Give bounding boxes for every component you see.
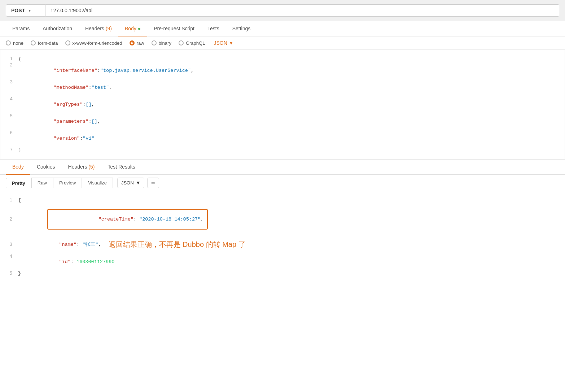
main-container: POST ▼ Params Authorization Headers (9) …: [0, 0, 565, 392]
request-tab-nav: Params Authorization Headers (9) Body ● …: [0, 21, 565, 36]
radio-urlencoded-circle: [65, 40, 70, 45]
tab-params[interactable]: Params: [6, 21, 36, 36]
req-line-1: 1 {: [0, 56, 565, 62]
view-visualize-btn[interactable]: Visualize: [82, 178, 113, 188]
tab-headers[interactable]: Headers (9): [79, 21, 118, 36]
resp-line-2: 2 "createTime": "2020-10-18 14:05:27",: [0, 203, 565, 235]
response-json-dropdown[interactable]: JSON ▼: [117, 178, 145, 188]
method-chevron: ▼: [28, 9, 31, 13]
view-raw-btn[interactable]: Raw: [31, 178, 53, 188]
method-selector[interactable]: POST ▼: [6, 4, 45, 17]
radio-binary-circle: [152, 40, 157, 45]
req-line-6: 6 "version":"v1": [0, 130, 565, 147]
response-tab-nav: Body Cookies Headers (5) Test Results: [0, 160, 565, 175]
resp-line-1: 1 {: [0, 197, 565, 203]
url-input[interactable]: [45, 4, 559, 17]
req-line-7: 7 }: [0, 147, 565, 153]
response-section: Body Cookies Headers (5) Test Results Pr…: [0, 159, 565, 282]
view-row: Pretty Raw Preview Visualize JSON ▼ ⇒: [0, 175, 565, 191]
radio-form-data-circle: [31, 40, 36, 45]
req-line-3: 3 "methodName":"test",: [0, 79, 565, 96]
resp-line-3: 3 "name": "张三", 返回结果正确，不再是 Dubbo 的转 Map …: [0, 235, 565, 253]
annotation-text: 返回结果正确，不再是 Dubbo 的转 Map 了: [109, 240, 246, 249]
wrap-icon-btn[interactable]: ⇒: [147, 178, 159, 188]
view-preview-btn[interactable]: Preview: [53, 178, 82, 188]
view-pretty-btn[interactable]: Pretty: [6, 178, 31, 188]
response-tab-cookies[interactable]: Cookies: [30, 160, 62, 175]
radio-raw-circle: [130, 40, 135, 45]
radio-graphql-circle: [179, 40, 184, 45]
response-tab-test-results[interactable]: Test Results: [101, 160, 141, 175]
radio-raw[interactable]: raw: [130, 40, 144, 46]
req-line-5: 5 "parameters":[],: [0, 113, 565, 130]
request-code-editor[interactable]: 1 { 2 "interfaceName":"top.javap.service…: [0, 50, 565, 159]
resp-line-5: 5 }: [0, 270, 565, 276]
method-label: POST: [11, 8, 25, 13]
tab-authorization[interactable]: Authorization: [36, 21, 79, 36]
tab-pre-request[interactable]: Pre-request Script: [147, 21, 201, 36]
radio-none[interactable]: none: [6, 40, 23, 46]
radio-graphql[interactable]: GraphQL: [179, 40, 205, 46]
radio-urlencoded[interactable]: x-www-form-urlencoded: [65, 40, 122, 46]
response-tab-body[interactable]: Body: [6, 160, 30, 175]
radio-none-circle: [6, 40, 11, 45]
tab-tests[interactable]: Tests: [201, 21, 226, 36]
resp-line-4: 4 "id": 1603001127990: [0, 253, 565, 270]
url-bar: POST ▼: [0, 0, 565, 21]
response-code-editor: 1 { 2 "createTime": "2020-10-18 14:05:27…: [0, 191, 565, 282]
response-tab-headers[interactable]: Headers (5): [62, 160, 101, 175]
tab-body[interactable]: Body ●: [118, 21, 147, 36]
req-line-2: 2 "interfaceName":"top.javap.service.Use…: [0, 62, 565, 79]
json-format-dropdown[interactable]: JSON ▼: [214, 40, 233, 46]
tab-settings[interactable]: Settings: [226, 21, 257, 36]
req-line-4: 4 "argTypes":[],: [0, 96, 565, 113]
body-type-row: none form-data x-www-form-urlencoded raw…: [0, 36, 565, 50]
radio-binary[interactable]: binary: [152, 40, 171, 46]
radio-form-data[interactable]: form-data: [31, 40, 58, 46]
